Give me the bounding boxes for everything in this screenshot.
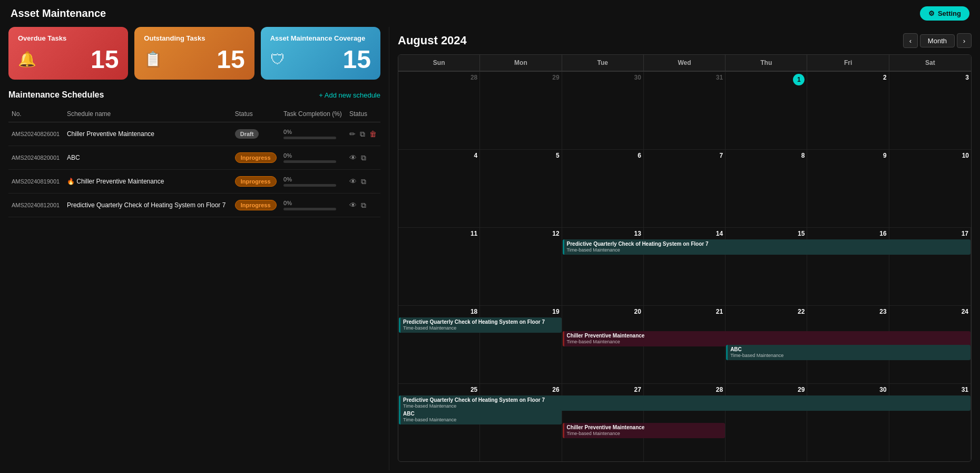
col-header-actions: Status xyxy=(346,106,380,122)
calendar-body: 282930311234567891011121314151617 Predic… xyxy=(398,72,971,461)
table-row[interactable]: AMS20240826001 Chiller Preventive Mainte… xyxy=(8,122,380,146)
calendar-event[interactable]: Predictive Quarterly Check of Heating Sy… xyxy=(563,239,971,255)
calendar-day-cell[interactable]: 1 xyxy=(726,72,807,149)
day-number: 2 xyxy=(809,74,886,81)
row-name: Predictive Quarterly Check of Heating Sy… xyxy=(64,194,232,217)
table-row[interactable]: AMS20240812001 Predictive Quarterly Chec… xyxy=(8,194,380,217)
event-title: Chiller Preventive Maintenance xyxy=(567,332,968,339)
calendar-day-cell[interactable]: 10 xyxy=(889,150,971,227)
event-title: Predictive Quarterly Check of Heating Sy… xyxy=(567,240,968,247)
calendar-day-cell[interactable]: 7 xyxy=(644,150,726,227)
day-number: 1 xyxy=(728,74,805,85)
day-number: 27 xyxy=(564,386,641,393)
calendar-day-cell[interactable]: 30 xyxy=(562,72,644,149)
calendar-event[interactable]: Predictive Quarterly Check of Heating Sy… xyxy=(399,317,562,333)
calendar-event[interactable]: Predictive Quarterly Check of Heating Sy… xyxy=(399,395,971,411)
view-icon[interactable]: 👁 xyxy=(349,153,357,162)
view-icon[interactable]: 👁 xyxy=(349,201,357,209)
calendar-day-cell[interactable]: 9 xyxy=(807,150,889,227)
day-number: 20 xyxy=(564,308,641,315)
status-badge: Inprogress xyxy=(235,152,277,163)
calendar-event[interactable]: ABC Time-based Maintenance xyxy=(399,409,562,424)
day-number: 6 xyxy=(564,152,641,159)
row-actions[interactable]: 👁 ⧉ xyxy=(346,170,380,194)
day-number: 16 xyxy=(809,230,886,237)
calendar-day-cell[interactable]: 31 xyxy=(644,72,726,149)
day-number: 31 xyxy=(891,386,968,393)
calendar-week: 18192021222324 Predictive Quarterly Chec… xyxy=(398,306,971,384)
row-actions[interactable]: 👁 ⧉ xyxy=(346,146,380,170)
calendar-day-cell[interactable]: 6 xyxy=(562,150,644,227)
edit-icon[interactable]: ✏ xyxy=(349,130,356,138)
calendar-day-cell[interactable]: 12 xyxy=(480,228,562,305)
day-number: 3 xyxy=(891,74,969,81)
calendar-day-cell[interactable]: 28 xyxy=(398,72,480,149)
calendar-prev-button[interactable]: ‹ xyxy=(903,33,918,48)
calendar-day-cell[interactable]: 11 xyxy=(398,228,480,305)
event-title: ABC xyxy=(403,410,559,417)
calendar-week: 45678910 xyxy=(398,150,971,228)
row-id: AMS20240812001 xyxy=(8,194,64,217)
setting-button[interactable]: ⚙ Setting xyxy=(920,6,969,21)
coverage-value: 15 xyxy=(343,47,371,72)
calendar-event[interactable]: Chiller Preventive Maintenance Time-base… xyxy=(563,423,726,438)
copy-icon[interactable]: ⧉ xyxy=(361,201,366,210)
status-badge: Draft xyxy=(235,129,259,139)
row-progress: 0% xyxy=(280,122,346,146)
row-status: Inprogress xyxy=(232,146,280,170)
day-number: 30 xyxy=(809,386,886,393)
row-progress: 0% xyxy=(280,194,346,217)
col-header-status: Status xyxy=(232,106,280,122)
maintenance-table: No. Schedule name Status Task Completion… xyxy=(8,106,380,217)
calendar-day-cell[interactable]: 3 xyxy=(889,72,971,149)
view-icon[interactable]: 👁 xyxy=(349,177,357,186)
row-actions[interactable]: ✏ ⧉ 🗑 xyxy=(346,122,380,146)
calendar-day-cell[interactable]: 29 xyxy=(480,72,562,149)
overdue-value: 15 xyxy=(91,47,119,72)
row-id: AMS20240820001 xyxy=(8,146,64,170)
row-name: 🔥 Chiller Preventive Maintenance xyxy=(64,170,232,194)
calendar-event[interactable]: ABC Time-based Maintenance xyxy=(726,345,971,360)
table-row[interactable]: AMS20240820001 ABC Inprogress 0% 👁 ⧉ xyxy=(8,146,380,170)
col-header-name: Schedule name xyxy=(64,106,232,122)
row-actions[interactable]: 👁 ⧉ xyxy=(346,194,380,217)
day-number: 24 xyxy=(891,308,968,315)
outstanding-card: Outstanding Tasks 📋 15 xyxy=(134,27,254,80)
stats-cards-row: Overdue Tasks 🔔 15 Outstanding Tasks 📋 1… xyxy=(8,27,380,80)
day-number: 9 xyxy=(809,152,886,159)
calendar-day-cell[interactable]: 4 xyxy=(398,150,480,227)
col-header-completion: Task Completion (%) xyxy=(280,106,346,122)
day-number: 17 xyxy=(891,230,968,237)
day-number: 23 xyxy=(809,308,886,315)
event-subtitle: Time-based Maintenance xyxy=(567,431,723,437)
event-subtitle: Time-based Maintenance xyxy=(730,353,968,359)
status-badge: Inprogress xyxy=(235,200,277,210)
row-name: ABC xyxy=(64,146,232,170)
calendar-day-cell[interactable]: 2 xyxy=(807,72,889,149)
calendar-event[interactable]: Chiller Preventive Maintenance Time-base… xyxy=(563,331,971,346)
add-schedule-button[interactable]: + Add new schedule xyxy=(319,91,380,99)
copy-icon[interactable]: ⧉ xyxy=(361,177,366,186)
day-header-sat: Sat xyxy=(889,55,971,71)
table-row[interactable]: AMS20240819001 🔥 Chiller Preventive Main… xyxy=(8,170,380,194)
copy-icon[interactable]: ⧉ xyxy=(361,153,366,162)
event-subtitle: Time-based Maintenance xyxy=(567,247,968,254)
event-subtitle: Time-based Maintenance xyxy=(403,403,968,410)
day-header-fri: Fri xyxy=(807,55,889,71)
day-number: 13 xyxy=(564,230,641,237)
calendar-next-button[interactable]: › xyxy=(957,33,972,48)
day-number: 5 xyxy=(482,152,559,159)
row-progress: 0% xyxy=(280,146,346,170)
calendar-week: 28293031123 xyxy=(398,72,971,150)
row-id: AMS20240826001 xyxy=(8,122,64,146)
row-id: AMS20240819001 xyxy=(8,170,64,194)
delete-icon[interactable]: 🗑 xyxy=(369,130,377,138)
outstanding-value: 15 xyxy=(217,47,244,72)
overdue-card: Overdue Tasks 🔔 15 xyxy=(8,27,128,80)
day-number: 4 xyxy=(400,152,477,159)
calendar-day-cell[interactable]: 5 xyxy=(480,150,562,227)
copy-icon[interactable]: ⧉ xyxy=(360,130,365,139)
calendar-week: 11121314151617 Predictive Quarterly Chec… xyxy=(398,228,971,306)
col-header-no: No. xyxy=(8,106,64,122)
calendar-day-cell[interactable]: 8 xyxy=(726,150,807,227)
